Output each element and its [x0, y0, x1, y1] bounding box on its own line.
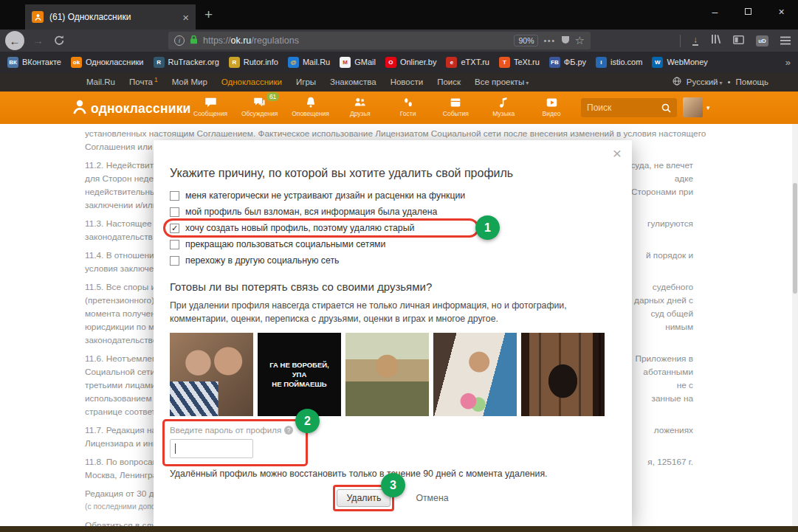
reason-option-design[interactable]: меня категорически не устраивают дизайн … — [170, 187, 616, 204]
menu-hamburger-icon[interactable] — [780, 40, 791, 41]
cancel-button[interactable]: Отмена — [416, 493, 448, 503]
ok-logo-icon — [71, 98, 89, 120]
fbru-favicon-icon: FB — [549, 57, 560, 68]
bookmark-onliner[interactable]: OOnliner.by — [385, 57, 437, 68]
forward-button[interactable]: → — [32, 34, 44, 46]
topbar-right: Русский▾ • Помощь — [673, 77, 768, 87]
language-selector[interactable]: Русский▾ — [687, 77, 723, 86]
bookmark-etxt[interactable]: eeTXT.ru — [446, 57, 489, 68]
tab-close-icon[interactable]: × — [182, 12, 189, 23]
nav-video[interactable]: Видео — [534, 95, 568, 117]
mail-count-badge: 1 — [154, 76, 158, 83]
friend-photo-3 — [345, 333, 429, 416]
nav-discussions[interactable]: 61Обсуждения — [241, 95, 278, 117]
extension-icon[interactable]: uD — [756, 35, 768, 46]
back-button[interactable]: ← — [5, 31, 24, 50]
bookmark-rutracker[interactable]: RRuTracker.org — [154, 57, 219, 68]
bookmark-star-icon[interactable]: ☆ — [575, 34, 585, 47]
topbar-item-mailru[interactable]: Mail.Ru — [86, 77, 115, 86]
page-info-icon[interactable]: i — [174, 35, 185, 46]
pocket-icon[interactable] — [561, 34, 570, 47]
topbar-item-znakomstva[interactable]: Знакомства — [330, 77, 376, 86]
etxt-favicon-icon: e — [446, 57, 457, 68]
checkbox[interactable] — [170, 240, 179, 249]
sidebar-icon[interactable] — [733, 34, 744, 47]
maximize-icon — [745, 8, 751, 15]
topbar-item-novosti[interactable]: Новости — [391, 77, 424, 86]
reload-button[interactable] — [53, 35, 64, 49]
topbar-item-poisk[interactable]: Поиск — [437, 77, 461, 86]
reason-option-quit-social[interactable]: прекращаю пользоваться социальными сетям… — [170, 236, 616, 252]
reason-option-hacked[interactable]: мой профиль был взломан, вся информация … — [170, 204, 616, 220]
window-controls: – × — [698, 0, 798, 23]
topbar-item-igry[interactable]: Игры — [296, 77, 316, 86]
bookmark-fbru[interactable]: FBФБ.ру — [549, 57, 586, 68]
avatar-dropdown-caret[interactable]: ▾ — [706, 104, 710, 111]
annotation-step-3-badge: 3 — [381, 473, 405, 497]
bookmark-gmail[interactable]: MGMail — [340, 57, 376, 68]
reason-option-new-profile[interactable]: ✓хочу создать новый профиль, поэтому уда… — [170, 220, 616, 236]
downloads-icon[interactable]: ↓ — [692, 36, 698, 46]
checkbox-checked[interactable]: ✓ — [170, 224, 179, 233]
checkbox[interactable] — [170, 256, 179, 266]
friend-photo-1 — [170, 333, 253, 416]
header-search-field[interactable]: Поиск — [581, 98, 677, 117]
library-icon[interactable] — [710, 34, 721, 47]
window-close-button[interactable]: × — [765, 0, 798, 23]
tab-title: (61) Одноклассники — [49, 12, 176, 22]
bookmark-vkontakte[interactable]: ВКВКонтакте — [7, 57, 61, 68]
password-input[interactable] — [170, 439, 253, 458]
dialog-buttons: Удалить Отмена 3 — [170, 489, 616, 507]
nav-notifications[interactable]: Оповещения — [292, 95, 329, 117]
nav-music[interactable]: Музыка — [486, 95, 520, 117]
bookmarks-overflow-chevron[interactable]: » — [785, 57, 791, 68]
friend-photo-2-meme: ГА НЕ ВОРОБЕЙ, УПАНЕ ПОЙМАЕШЬ — [258, 333, 341, 416]
topbar-item-moymir[interactable]: Мой Мир — [172, 77, 207, 86]
nav-friends[interactable]: Друзья — [343, 95, 377, 117]
https-lock-icon[interactable] — [190, 34, 198, 47]
url-bar[interactable]: i https://ok.ru/regulations 90% ••• ☆ — [168, 32, 591, 49]
rutracker-favicon-icon: R — [154, 57, 165, 68]
scrollbar-thumb[interactable] — [793, 183, 797, 294]
new-tab-button[interactable]: + — [204, 7, 213, 23]
checkbox[interactable] — [170, 207, 179, 217]
discussions-icon — [252, 95, 266, 109]
checkbox[interactable] — [170, 191, 179, 201]
page-scrollbar[interactable] — [792, 124, 798, 526]
bookmark-mailru[interactable]: @Mail.Ru — [288, 57, 330, 68]
zoom-level-badge[interactable]: 90% — [514, 35, 538, 46]
bookmark-textru[interactable]: TTeXt.ru — [499, 57, 540, 68]
bookmark-webmoney[interactable]: WWebMoney — [652, 57, 707, 68]
help-link[interactable]: Помощь — [736, 77, 768, 86]
globe-icon — [673, 77, 681, 87]
nav-guests[interactable]: Гости — [391, 95, 425, 117]
ok-favicon-icon — [32, 11, 44, 23]
nav-messages[interactable]: Сообщения — [193, 95, 227, 117]
page-actions-icon[interactable]: ••• — [543, 36, 555, 45]
ok-orange-header: одноклассники Сообщения 61Обсуждения Опо… — [0, 91, 798, 124]
window-minimize-button[interactable]: – — [698, 0, 732, 23]
user-avatar[interactable] — [683, 97, 703, 117]
toolbar-separator — [680, 35, 681, 47]
navigation-toolbar: ← → i https://ok.ru/regulations 90% ••• … — [0, 30, 798, 52]
help-icon[interactable]: ? — [284, 426, 293, 435]
topbar-item-vse-proekty[interactable]: Все проекты▾ — [475, 77, 529, 86]
ok-favicon-icon: ok — [71, 57, 82, 68]
reason-list: меня категорически не устраивают дизайн … — [170, 187, 616, 269]
topbar-item-odnoklassniki[interactable]: Одноклассники — [221, 77, 282, 86]
bookmark-odnoklassniki[interactable]: okОдноклассники — [71, 57, 144, 68]
bookmark-rutor[interactable]: RRutor.info — [229, 57, 278, 68]
reason-option-other-network[interactable]: перехожу в другую социальную сеть — [170, 252, 616, 269]
browser-tab-ok[interactable]: (61) Одноклассники × — [25, 4, 196, 30]
dialog-close-icon[interactable]: × — [613, 146, 622, 161]
bookmark-istio[interactable]: iistio.com — [596, 57, 642, 68]
window-maximize-button[interactable] — [732, 0, 765, 23]
textru-favicon-icon: T — [499, 57, 510, 68]
delete-profile-dialog: × Укажите причину, по которой вы хотите … — [154, 140, 632, 526]
ok-logo[interactable]: одноклассники — [71, 98, 191, 120]
text-cursor — [175, 443, 176, 454]
music-note-icon — [497, 95, 510, 109]
topbar-item-pochta[interactable]: Почта1 — [129, 77, 158, 86]
nav-events[interactable]: События — [438, 95, 472, 117]
istio-favicon-icon: i — [596, 57, 607, 68]
